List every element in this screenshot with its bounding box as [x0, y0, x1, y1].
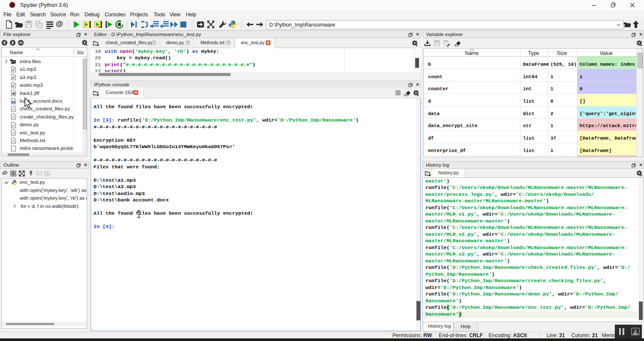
- svg-text:W: W: [12, 100, 15, 103]
